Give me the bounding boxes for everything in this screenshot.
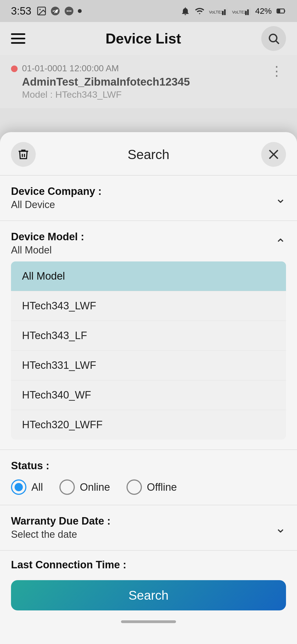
device-company-value: All Device	[11, 199, 101, 211]
svg-rect-18	[284, 10, 285, 12]
battery-text: 42%	[255, 6, 272, 16]
model-option-htech343-lf[interactable]: HTech343_LF	[11, 321, 286, 351]
trash-icon	[17, 148, 30, 161]
app-bar: Device List	[0, 22, 297, 55]
model-option-htech331-lwf[interactable]: HTech331_LWF	[11, 351, 286, 380]
svg-point-5	[68, 10, 70, 12]
device-status-dot	[11, 66, 18, 72]
signal-lte2-icon: VoLTE2	[232, 6, 251, 16]
svg-line-20	[276, 41, 279, 44]
device-model: Model : HTech343_LWF	[22, 89, 267, 100]
last-connection-section: Last Connection Time :	[0, 551, 297, 574]
device-model-chevron: ⌃	[275, 236, 286, 251]
status-all-radio-inner	[15, 483, 23, 491]
close-button[interactable]	[261, 142, 286, 167]
status-radio-group: All Online Offline	[11, 479, 286, 495]
device-model-dropdown: All Model HTech343_LWF HTech343_LF HTech…	[11, 261, 286, 440]
svg-text:VoLTE1: VoLTE1	[209, 10, 223, 14]
svg-point-6	[70, 10, 72, 12]
device-time: 01-01-0001 12:00:00 AM	[22, 63, 267, 73]
home-indicator	[0, 616, 297, 627]
menu-button[interactable]	[11, 33, 25, 44]
svg-point-4	[67, 10, 68, 12]
model-option-htech340-wf[interactable]: HTech340_WF	[11, 380, 286, 410]
search-btn-label: Search	[128, 588, 169, 603]
status-online-option[interactable]: Online	[59, 479, 110, 495]
status-bar: 3:53 VoLTE1 VoLTE2	[0, 0, 297, 22]
svg-text:VoLTE2: VoLTE2	[232, 10, 246, 14]
status-offline-radio	[127, 479, 142, 495]
search-button[interactable]	[261, 26, 286, 51]
delete-filter-button[interactable]	[11, 142, 36, 167]
warranty-value: Select the date	[11, 529, 111, 540]
status-icons	[36, 6, 82, 16]
device-name: AdminTest_ZibmaInfotech12345	[22, 76, 267, 88]
search-modal-title: Search	[36, 147, 261, 162]
status-all-option[interactable]: All	[11, 479, 43, 495]
device-company-label: Device Company :	[11, 185, 101, 197]
device-company-chevron: ⌄	[275, 190, 286, 206]
warranty-section[interactable]: Warranty Due Date : Select the date ⌄	[0, 505, 297, 551]
svg-point-7	[78, 9, 82, 13]
search-submit-button[interactable]: Search	[11, 580, 286, 610]
image-icon	[36, 6, 47, 16]
status-online-radio	[59, 479, 75, 495]
svg-rect-9	[222, 11, 224, 15]
message-icon	[64, 6, 74, 16]
telegram-icon	[50, 6, 61, 16]
status-offline-option[interactable]: Offline	[127, 479, 177, 495]
device-company-section[interactable]: Device Company : All Device ⌄	[0, 176, 297, 221]
svg-rect-14	[247, 9, 249, 15]
bg-device-list: 01-01-0001 12:00:00 AM AdminTest_ZibmaIn…	[0, 55, 297, 108]
svg-rect-11	[226, 8, 228, 15]
status-time: 3:53	[11, 5, 31, 17]
device-model-label: Device Model :	[11, 231, 84, 243]
status-all-label: All	[31, 481, 43, 493]
warranty-label: Warranty Due Date :	[11, 515, 111, 527]
status-online-label: Online	[80, 481, 110, 493]
app-title: Device List	[106, 30, 181, 47]
status-offline-label: Offline	[147, 481, 177, 493]
signal-lte1-icon: VoLTE1	[209, 6, 228, 16]
search-icon	[267, 32, 280, 45]
svg-rect-15	[249, 8, 251, 15]
svg-rect-17	[277, 9, 280, 13]
dot-indicator	[78, 9, 82, 13]
model-option-all-model[interactable]: All Model	[11, 261, 286, 291]
model-option-htech343-lwf[interactable]: HTech343_LWF	[11, 291, 286, 321]
last-conn-label: Last Connection Time :	[11, 559, 286, 571]
close-icon	[267, 148, 280, 161]
search-header: Search	[0, 132, 297, 176]
model-option-htech320-lwff[interactable]: HTech320_LWFF	[11, 410, 286, 440]
home-bar	[121, 620, 176, 623]
status-all-radio	[11, 479, 26, 495]
wifi-icon	[195, 6, 205, 16]
battery-icon	[276, 6, 286, 16]
svg-point-19	[270, 34, 277, 42]
status-section: Status : All Online Offline	[0, 450, 297, 505]
svg-point-1	[39, 9, 41, 10]
svg-rect-10	[224, 9, 226, 15]
device-more-button[interactable]: ⋮	[267, 63, 286, 79]
svg-rect-13	[245, 11, 247, 15]
device-model-value: All Model	[11, 244, 84, 256]
warranty-chevron: ⌄	[275, 520, 286, 536]
alarm-icon	[180, 6, 190, 16]
search-filter-sheet: Search Device Company : All Device ⌄ Dev…	[0, 132, 297, 644]
device-model-section[interactable]: Device Model : All Model ⌃ All Model HTe…	[0, 221, 297, 450]
status-label: Status :	[11, 460, 286, 472]
status-bar-right: VoLTE1 VoLTE2 42%	[180, 6, 286, 16]
